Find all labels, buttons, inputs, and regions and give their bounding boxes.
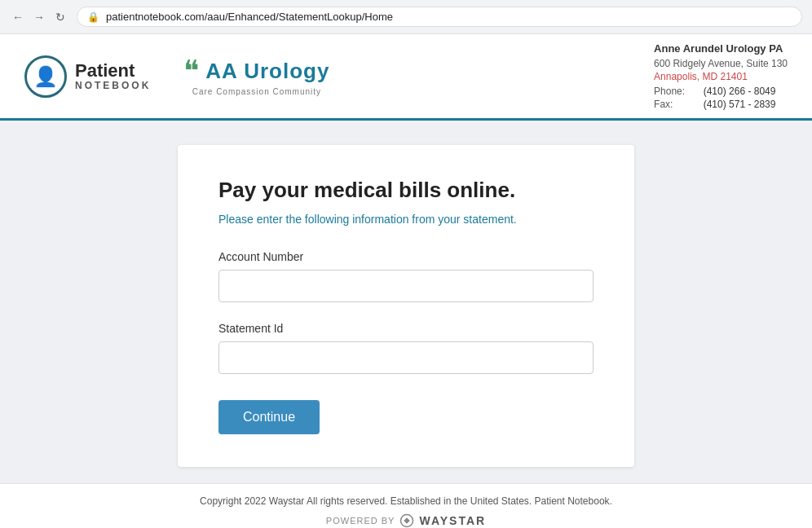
account-number-label: Account Number [218, 250, 594, 263]
aa-tagline: Care Compassion Community [192, 87, 321, 96]
form-card: Pay your medical bills online. Please en… [178, 145, 634, 467]
aa-name: AA Urology [205, 59, 329, 84]
form-subtitle: Please enter the following information f… [218, 213, 594, 226]
footer-powered: POWERED BY WAYSTAR [16, 513, 796, 528]
back-button[interactable]: ← [10, 9, 26, 25]
powered-by-label: POWERED BY [326, 516, 395, 526]
practice-name: Anne Arundel Urology PA [654, 42, 788, 55]
contact-grid: Phone: (410) 266 - 8049 Fax: (410) 571 -… [654, 86, 788, 110]
practice-info: Anne Arundel Urology PA 600 Ridgely Aven… [654, 42, 788, 110]
notebook-label: NOTEBOOK [75, 81, 151, 91]
statement-id-group: Statement Id [218, 322, 594, 374]
fax-label: Fax: [654, 99, 697, 110]
header: 👤 Patient NOTEBOOK ❝ AA Urology Care Com… [0, 34, 812, 121]
account-number-input[interactable] [218, 270, 594, 302]
footer-copyright: Copyright 2022 Waystar All rights reserv… [16, 495, 796, 507]
main-content: Pay your medical bills online. Please en… [0, 121, 812, 483]
page-container: 👤 Patient NOTEBOOK ❝ AA Urology Care Com… [0, 34, 812, 528]
lock-icon: 🔒 [87, 11, 99, 23]
form-title: Pay your medical bills online. [218, 178, 594, 203]
statement-id-label: Statement Id [218, 322, 594, 335]
pn-logo-circle: 👤 [24, 55, 67, 98]
waystar-label: WAYSTAR [419, 514, 486, 527]
patient-label: Patient [75, 61, 151, 81]
waystar-logo-icon [399, 513, 414, 528]
continue-button[interactable]: Continue [218, 400, 320, 434]
address-bar[interactable]: 🔒 patientnotebook.com/aau/Enhanced/State… [77, 7, 802, 27]
patient-notebook-logo: 👤 Patient NOTEBOOK [24, 55, 151, 98]
practice-address: 600 Ridgely Avenue, Suite 130 [654, 58, 788, 69]
footer: Copyright 2022 Waystar All rights reserv… [0, 483, 812, 528]
phone-label: Phone: [654, 86, 697, 97]
browser-chrome: ← → ↻ 🔒 patientnotebook.com/aau/Enhanced… [0, 0, 812, 34]
aa-urology-logo: ❝ AA Urology Care Compassion Community [183, 56, 329, 96]
fax-value: (410) 571 - 2839 [704, 99, 788, 110]
chevron-icon: ❝ [183, 56, 199, 86]
nav-buttons: ← → ↻ [10, 9, 68, 25]
practice-city: Annapolis, MD 21401 [654, 71, 788, 82]
pn-text: Patient NOTEBOOK [75, 61, 151, 91]
phone-value: (410) 266 - 8049 [704, 86, 788, 97]
statement-id-input[interactable] [218, 341, 594, 374]
url-text: patientnotebook.com/aau/Enhanced/Stateme… [106, 11, 393, 23]
reload-button[interactable]: ↻ [52, 9, 68, 25]
forward-button[interactable]: → [31, 9, 47, 25]
account-number-group: Account Number [218, 250, 594, 302]
person-icon: 👤 [33, 65, 58, 88]
aa-logo-top: ❝ AA Urology [183, 56, 329, 86]
header-left: 👤 Patient NOTEBOOK ❝ AA Urology Care Com… [24, 55, 329, 98]
